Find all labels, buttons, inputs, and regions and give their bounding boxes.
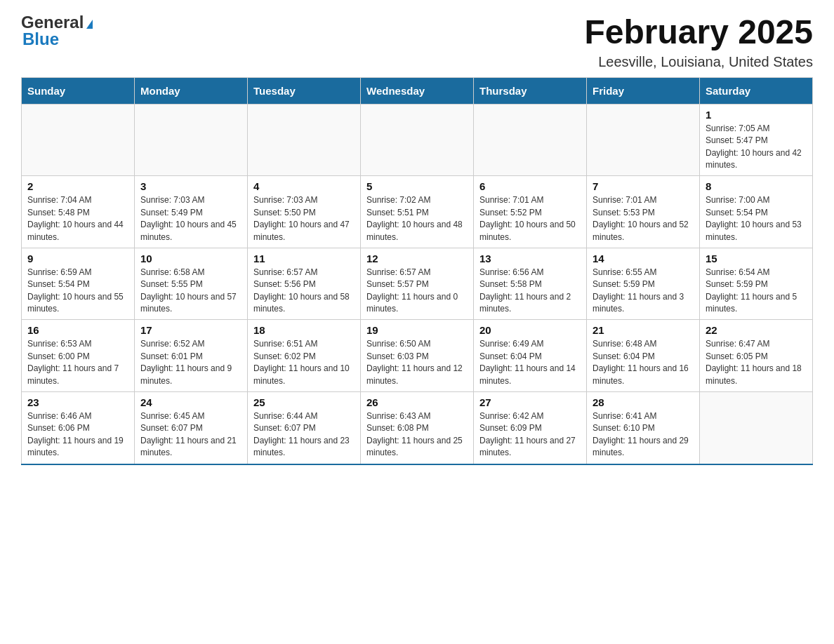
- page-header: General Blue February 2025 Leesville, Lo…: [21, 14, 813, 70]
- day-number: 4: [253, 180, 355, 192]
- header-saturday: Saturday: [700, 77, 813, 104]
- day-number: 17: [140, 324, 241, 336]
- table-row: [587, 104, 700, 176]
- day-info: Sunrise: 7:01 AM Sunset: 5:53 PM Dayligh…: [593, 194, 694, 243]
- table-row: 9Sunrise: 6:59 AM Sunset: 5:54 PM Daylig…: [22, 248, 135, 320]
- day-info: Sunrise: 6:59 AM Sunset: 5:54 PM Dayligh…: [27, 267, 128, 316]
- day-info: Sunrise: 6:54 AM Sunset: 5:59 PM Dayligh…: [706, 267, 807, 316]
- day-number: 14: [593, 253, 694, 264]
- calendar-week-1: 1Sunrise: 7:05 AM Sunset: 5:47 PM Daylig…: [22, 104, 813, 176]
- table-row: 4Sunrise: 7:03 AM Sunset: 5:50 PM Daylig…: [248, 176, 361, 248]
- day-number: 22: [706, 324, 807, 336]
- day-info: Sunrise: 7:02 AM Sunset: 5:51 PM Dayligh…: [366, 194, 468, 243]
- table-row: 18Sunrise: 6:51 AM Sunset: 6:02 PM Dayli…: [248, 320, 361, 392]
- calendar-table: Sunday Monday Tuesday Wednesday Thursday…: [21, 77, 813, 465]
- table-row: [135, 104, 248, 176]
- logo-blue-text: Blue: [22, 31, 59, 48]
- day-number: 9: [27, 253, 128, 264]
- header-thursday: Thursday: [474, 77, 587, 104]
- day-number: 3: [140, 180, 241, 192]
- table-row: 3Sunrise: 7:03 AM Sunset: 5:49 PM Daylig…: [135, 176, 248, 248]
- day-number: 18: [253, 324, 355, 336]
- day-info: Sunrise: 7:05 AM Sunset: 5:47 PM Dayligh…: [706, 123, 807, 172]
- header-monday: Monday: [135, 77, 248, 104]
- table-row: 27Sunrise: 6:42 AM Sunset: 6:09 PM Dayli…: [474, 392, 587, 464]
- header-sunday: Sunday: [22, 77, 135, 104]
- day-info: Sunrise: 6:55 AM Sunset: 5:59 PM Dayligh…: [593, 267, 694, 316]
- day-number: 11: [253, 253, 355, 264]
- table-row: 8Sunrise: 7:00 AM Sunset: 5:54 PM Daylig…: [700, 176, 813, 248]
- day-info: Sunrise: 6:49 AM Sunset: 6:04 PM Dayligh…: [479, 338, 581, 387]
- day-number: 1: [706, 109, 807, 121]
- table-row: 5Sunrise: 7:02 AM Sunset: 5:51 PM Daylig…: [361, 176, 474, 248]
- day-number: 8: [706, 180, 807, 192]
- calendar-week-2: 2Sunrise: 7:04 AM Sunset: 5:48 PM Daylig…: [22, 176, 813, 248]
- table-row: 24Sunrise: 6:45 AM Sunset: 6:07 PM Dayli…: [135, 392, 248, 464]
- day-info: Sunrise: 6:48 AM Sunset: 6:04 PM Dayligh…: [593, 338, 694, 387]
- table-row: 19Sunrise: 6:50 AM Sunset: 6:03 PM Dayli…: [361, 320, 474, 392]
- day-info: Sunrise: 6:47 AM Sunset: 6:05 PM Dayligh…: [706, 338, 807, 387]
- table-row: 21Sunrise: 6:48 AM Sunset: 6:04 PM Dayli…: [587, 320, 700, 392]
- day-info: Sunrise: 6:43 AM Sunset: 6:08 PM Dayligh…: [366, 410, 468, 459]
- day-info: Sunrise: 7:00 AM Sunset: 5:54 PM Dayligh…: [706, 194, 807, 243]
- day-info: Sunrise: 6:51 AM Sunset: 6:02 PM Dayligh…: [253, 338, 355, 387]
- day-number: 10: [140, 253, 241, 264]
- day-info: Sunrise: 6:57 AM Sunset: 5:56 PM Dayligh…: [253, 267, 355, 316]
- day-number: 5: [366, 180, 468, 192]
- table-row: 10Sunrise: 6:58 AM Sunset: 5:55 PM Dayli…: [135, 248, 248, 320]
- table-row: [700, 392, 813, 464]
- table-row: 6Sunrise: 7:01 AM Sunset: 5:52 PM Daylig…: [474, 176, 587, 248]
- table-row: [248, 104, 361, 176]
- day-number: 24: [140, 396, 241, 408]
- day-number: 23: [27, 396, 128, 408]
- subtitle: Leesville, Louisiana, United States: [584, 54, 813, 70]
- calendar-week-4: 16Sunrise: 6:53 AM Sunset: 6:00 PM Dayli…: [22, 320, 813, 392]
- day-info: Sunrise: 6:50 AM Sunset: 6:03 PM Dayligh…: [366, 338, 468, 387]
- day-info: Sunrise: 7:01 AM Sunset: 5:52 PM Dayligh…: [479, 194, 581, 243]
- table-row: 12Sunrise: 6:57 AM Sunset: 5:57 PM Dayli…: [361, 248, 474, 320]
- table-row: 22Sunrise: 6:47 AM Sunset: 6:05 PM Dayli…: [700, 320, 813, 392]
- table-row: 17Sunrise: 6:52 AM Sunset: 6:01 PM Dayli…: [135, 320, 248, 392]
- day-number: 19: [366, 324, 468, 336]
- day-info: Sunrise: 6:57 AM Sunset: 5:57 PM Dayligh…: [366, 267, 468, 316]
- day-number: 21: [593, 324, 694, 336]
- day-number: 26: [366, 396, 468, 408]
- day-info: Sunrise: 6:45 AM Sunset: 6:07 PM Dayligh…: [140, 410, 241, 459]
- day-number: 13: [479, 253, 581, 264]
- day-number: 12: [366, 253, 468, 264]
- table-row: 7Sunrise: 7:01 AM Sunset: 5:53 PM Daylig…: [587, 176, 700, 248]
- day-number: 16: [27, 324, 128, 336]
- day-info: Sunrise: 6:44 AM Sunset: 6:07 PM Dayligh…: [253, 410, 355, 459]
- day-info: Sunrise: 6:46 AM Sunset: 6:06 PM Dayligh…: [27, 410, 128, 459]
- day-info: Sunrise: 6:53 AM Sunset: 6:00 PM Dayligh…: [27, 338, 128, 387]
- day-info: Sunrise: 7:03 AM Sunset: 5:50 PM Dayligh…: [253, 194, 355, 243]
- day-info: Sunrise: 6:56 AM Sunset: 5:58 PM Dayligh…: [479, 267, 581, 316]
- table-row: 14Sunrise: 6:55 AM Sunset: 5:59 PM Dayli…: [587, 248, 700, 320]
- day-info: Sunrise: 6:41 AM Sunset: 6:10 PM Dayligh…: [593, 410, 694, 459]
- day-number: 15: [706, 253, 807, 264]
- day-number: 20: [479, 324, 581, 336]
- main-title: February 2025: [584, 14, 813, 51]
- title-section: February 2025 Leesville, Louisiana, Unit…: [584, 14, 813, 70]
- day-info: Sunrise: 6:58 AM Sunset: 5:55 PM Dayligh…: [140, 267, 241, 316]
- day-info: Sunrise: 7:03 AM Sunset: 5:49 PM Dayligh…: [140, 194, 241, 243]
- table-row: [361, 104, 474, 176]
- table-row: 16Sunrise: 6:53 AM Sunset: 6:00 PM Dayli…: [22, 320, 135, 392]
- day-number: 25: [253, 396, 355, 408]
- logo: General Blue: [21, 14, 93, 48]
- calendar-week-5: 23Sunrise: 6:46 AM Sunset: 6:06 PM Dayli…: [22, 392, 813, 464]
- table-row: 2Sunrise: 7:04 AM Sunset: 5:48 PM Daylig…: [22, 176, 135, 248]
- logo-triangle-icon: [86, 20, 93, 29]
- calendar-week-3: 9Sunrise: 6:59 AM Sunset: 5:54 PM Daylig…: [22, 248, 813, 320]
- header-friday: Friday: [587, 77, 700, 104]
- header-wednesday: Wednesday: [361, 77, 474, 104]
- header-tuesday: Tuesday: [248, 77, 361, 104]
- table-row: [22, 104, 135, 176]
- table-row: [474, 104, 587, 176]
- table-row: 25Sunrise: 6:44 AM Sunset: 6:07 PM Dayli…: [248, 392, 361, 464]
- day-number: 2: [27, 180, 128, 192]
- table-row: 23Sunrise: 6:46 AM Sunset: 6:06 PM Dayli…: [22, 392, 135, 464]
- table-row: 15Sunrise: 6:54 AM Sunset: 5:59 PM Dayli…: [700, 248, 813, 320]
- day-number: 28: [593, 396, 694, 408]
- table-row: 13Sunrise: 6:56 AM Sunset: 5:58 PM Dayli…: [474, 248, 587, 320]
